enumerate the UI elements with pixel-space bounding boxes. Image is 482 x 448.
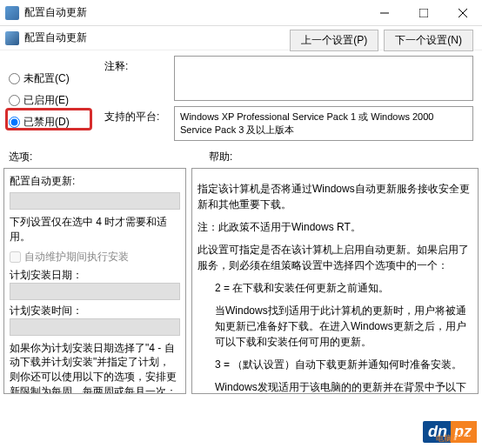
prev-setting-button[interactable]: 上一个设置(P) (290, 30, 378, 51)
sched-time-label: 计划安装时间： (10, 304, 180, 318)
comment-label: 注释: (104, 56, 174, 101)
sched-day-select[interactable] (10, 283, 180, 300)
watermark-txt: 电脑配置网 (436, 433, 475, 445)
auto-maint-label: 自动维护期间执行安装 (24, 250, 129, 264)
next-setting-button[interactable]: 下一个设置(N) (384, 30, 473, 51)
update-mode-select[interactable] (10, 192, 180, 210)
help-p2: 注：此政策不适用于Windows RT。 (197, 219, 472, 235)
help-p6: 3 = （默认设置）自动下载更新并通知何时准备安装。 (215, 357, 472, 372)
sched-day-label: 计划安装日期： (10, 268, 180, 283)
close-button[interactable] (443, 0, 482, 26)
radio-not-configured-label: 未配置(C) (23, 71, 70, 86)
help-p7: Windows发现适用于该电脑的的更新并在背景中予以下载（用户不被通知或在此过程… (215, 379, 472, 394)
platform-value: Windows XP Professional Service Pack 1 或… (174, 106, 473, 141)
help-p3: 此设置可指定是否在该计算机上启用自动更新。如果启用了服务，则必须在组策略设置中选… (197, 242, 472, 273)
watermark: dn pz 电脑配置网 (423, 421, 477, 443)
radio-enabled-label: 已启用(E) (23, 93, 69, 108)
options-note: 下列设置仅在选中 4 时才需要和适用。 (10, 215, 180, 244)
sched-time-select[interactable] (10, 318, 180, 336)
help-p5: 当Windows找到适用于此计算机的更新时，用户将被通知更新已准备好下载。在进入… (215, 303, 472, 350)
platform-label: 支持的平台: (104, 106, 174, 141)
radio-disabled-label: 已禁用(D) (23, 115, 70, 130)
help-label: 帮助: (209, 150, 232, 164)
options-para: 如果你为计划安装日期选择了"4 - 自动下载并计划安装"并指定了计划，则你还可以… (10, 341, 180, 394)
options-label: 选项: (9, 150, 209, 164)
help-p4: 2 = 在下载和安装任何更新之前通知。 (215, 280, 472, 296)
maximize-button[interactable] (404, 0, 443, 26)
policy-icon (5, 31, 19, 45)
options-panel: 配置自动更新: 下列设置仅在选中 4 时才需要和适用。 自动维护期间执行安装 计… (3, 168, 186, 394)
svg-rect-1 (419, 9, 428, 17)
options-title: 配置自动更新: (10, 174, 180, 189)
app-icon (5, 6, 19, 20)
radio-not-configured[interactable]: 未配置(C) (9, 71, 104, 86)
help-p1: 指定该计算机是否将通过Windows自动更新服务接收安全更新和其他重要下载。 (197, 181, 472, 212)
minimize-button[interactable] (365, 0, 404, 26)
auto-maint-check[interactable]: 自动维护期间执行安装 (10, 250, 180, 264)
help-panel: 指定该计算机是否将通过Windows自动更新服务接收安全更新和其他重要下载。 注… (191, 168, 479, 394)
policy-title: 配置自动更新 (24, 30, 87, 45)
radio-disabled[interactable]: 已禁用(D) (9, 115, 104, 130)
radio-enabled[interactable]: 已启用(E) (9, 93, 104, 108)
window-title: 配置自动更新 (24, 5, 365, 20)
comment-input[interactable] (174, 56, 473, 101)
